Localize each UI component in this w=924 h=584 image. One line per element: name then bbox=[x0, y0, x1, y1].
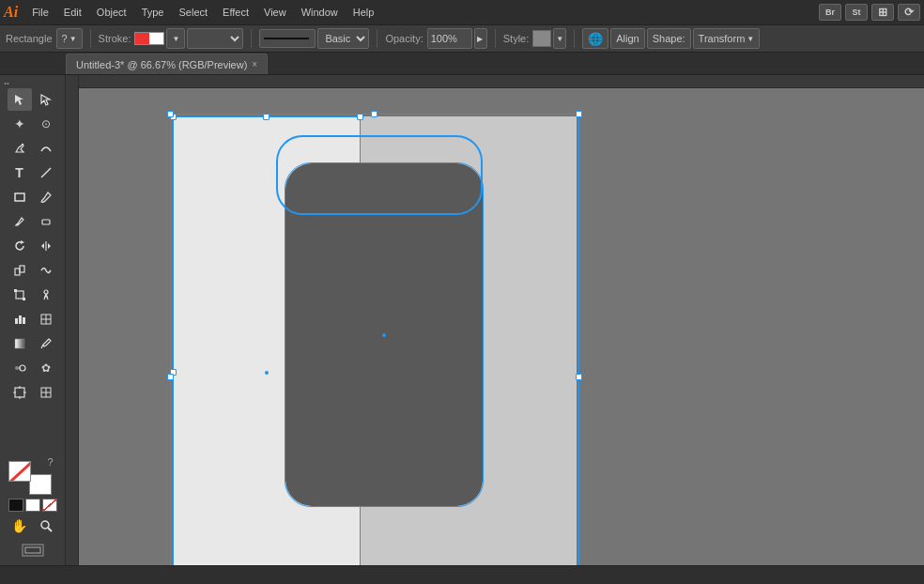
stock-icon[interactable]: St bbox=[845, 4, 868, 21]
stroke-color-swatch[interactable] bbox=[134, 32, 164, 45]
tool-name-group: Rectangle ? ▼ bbox=[6, 28, 83, 49]
black-swatch[interactable] bbox=[8, 499, 23, 512]
opacity-options-btn[interactable]: ▶ bbox=[474, 28, 487, 49]
outer-handle-mr[interactable] bbox=[576, 374, 582, 380]
opacity-group: Opacity: ▶ bbox=[385, 28, 486, 49]
lasso-btn[interactable]: ⊙ bbox=[34, 113, 58, 135]
curvature-btn[interactable] bbox=[34, 137, 58, 160]
style-options-btn[interactable]: ▼ bbox=[553, 28, 566, 49]
menu-help[interactable]: Help bbox=[346, 5, 381, 20]
style-label: Style: bbox=[503, 33, 530, 44]
menu-object[interactable]: Object bbox=[90, 5, 133, 20]
stroke-color-btn[interactable]: ▼ bbox=[166, 28, 185, 49]
rounded-selection-box bbox=[285, 162, 484, 507]
stroke-weight-select[interactable] bbox=[187, 28, 243, 49]
chevron-icon: ▼ bbox=[69, 35, 77, 43]
white-swatch[interactable] bbox=[25, 499, 40, 512]
mesh-btn[interactable] bbox=[34, 308, 58, 330]
tool-name-label: Rectangle bbox=[6, 33, 53, 44]
grid-icon[interactable]: ⊞ bbox=[871, 4, 894, 21]
style-group: Style: ▼ bbox=[503, 28, 567, 49]
svg-point-2 bbox=[21, 144, 23, 146]
svg-point-24 bbox=[15, 366, 19, 370]
canvas-inner[interactable] bbox=[79, 88, 924, 565]
scale-btn[interactable] bbox=[8, 259, 32, 282]
line-btn[interactable] bbox=[34, 161, 58, 184]
handle-tr[interactable] bbox=[357, 114, 363, 120]
pen-btn[interactable] bbox=[8, 137, 32, 160]
outer-handle-tc[interactable] bbox=[371, 111, 377, 117]
shape-btn[interactable]: Shape: bbox=[647, 28, 691, 49]
type-btn[interactable]: T bbox=[8, 161, 32, 184]
rotate-btn[interactable] bbox=[8, 235, 32, 257]
shape-rounded-dark[interactable] bbox=[285, 163, 483, 506]
symbol-btn[interactable]: ✿ bbox=[34, 357, 58, 379]
handle-ml[interactable] bbox=[170, 369, 177, 376]
magic-wand-btn[interactable]: ✦ bbox=[8, 113, 32, 135]
svg-rect-22 bbox=[15, 339, 24, 348]
opacity-input[interactable] bbox=[427, 28, 472, 49]
style-swatch[interactable] bbox=[532, 30, 551, 47]
sync-icon[interactable]: ⟳ bbox=[898, 4, 920, 21]
opacity-label: Opacity: bbox=[385, 33, 423, 44]
stroke-style-select[interactable]: Basic bbox=[317, 28, 369, 49]
question-mark-area[interactable]: ? bbox=[44, 455, 57, 469]
free-transform-btn[interactable] bbox=[8, 284, 32, 306]
tool-options-btn[interactable]: ? ▼ bbox=[56, 28, 83, 49]
stroke-line-group: Basic bbox=[259, 28, 369, 49]
menu-edit[interactable]: Edit bbox=[57, 5, 88, 20]
warp-btn[interactable] bbox=[34, 259, 58, 282]
puppet-warp-btn[interactable] bbox=[34, 284, 58, 306]
align-btn[interactable]: Align bbox=[610, 28, 644, 49]
svg-rect-4 bbox=[15, 193, 24, 201]
rect-btn[interactable] bbox=[8, 186, 32, 208]
pencil-btn[interactable] bbox=[8, 210, 32, 233]
handle-tc[interactable] bbox=[263, 114, 270, 120]
main-area: •• ✦ ⊙ bbox=[0, 75, 924, 565]
tool-row-scale bbox=[0, 259, 65, 282]
separator-1 bbox=[90, 29, 91, 48]
tool-row-transform bbox=[0, 284, 65, 306]
transform-btn[interactable]: Transform ▼ bbox=[693, 28, 761, 49]
artboard-btn[interactable] bbox=[8, 381, 32, 404]
handle-tl[interactable] bbox=[170, 114, 177, 120]
menu-file[interactable]: File bbox=[25, 5, 55, 20]
fill-bg-swatch[interactable] bbox=[29, 474, 52, 495]
menu-effect[interactable]: Effect bbox=[216, 5, 255, 20]
direct-selection-tool-btn[interactable] bbox=[34, 88, 58, 111]
hand-btn[interactable]: ✋ bbox=[8, 515, 32, 537]
none-swatch[interactable] bbox=[42, 499, 57, 512]
paintbrush-btn[interactable] bbox=[34, 186, 58, 208]
chevron-right-icon: ▶ bbox=[477, 35, 483, 43]
app-logo: Ai bbox=[4, 4, 18, 21]
eyedropper-btn[interactable] bbox=[34, 332, 58, 355]
selection-tool-btn[interactable] bbox=[8, 88, 32, 111]
globe-btn[interactable]: 🌐 bbox=[582, 28, 608, 49]
gradient-btn[interactable] bbox=[8, 332, 32, 355]
zoom-btn[interactable] bbox=[34, 515, 58, 537]
document-tab[interactable]: Untitled-3* @ 66.67% (RGB/Preview) × bbox=[66, 54, 268, 74]
menu-type[interactable]: Type bbox=[135, 5, 171, 20]
menu-select[interactable]: Select bbox=[172, 5, 214, 20]
eraser-btn[interactable] bbox=[34, 210, 58, 233]
tab-close-btn[interactable]: × bbox=[252, 59, 257, 69]
menu-view[interactable]: View bbox=[257, 5, 293, 20]
center-dot-rounded bbox=[382, 333, 386, 337]
edit-artboard-btn[interactable] bbox=[8, 539, 57, 561]
fill-fg-swatch[interactable] bbox=[8, 461, 31, 482]
slice-btn[interactable] bbox=[34, 381, 58, 404]
stroke-line-style[interactable] bbox=[259, 29, 316, 48]
outer-handle-tr[interactable] bbox=[576, 111, 582, 117]
svg-marker-0 bbox=[15, 95, 23, 105]
reflect-btn[interactable] bbox=[34, 235, 58, 257]
graph-btn[interactable] bbox=[8, 308, 32, 330]
bridge-icon[interactable]: Br bbox=[819, 4, 841, 21]
svg-rect-16 bbox=[15, 318, 18, 324]
menu-window[interactable]: Window bbox=[295, 5, 345, 20]
stroke-label: Stroke: bbox=[99, 33, 131, 44]
svg-rect-13 bbox=[14, 289, 17, 292]
svg-rect-18 bbox=[23, 317, 25, 324]
svg-point-15 bbox=[44, 290, 48, 294]
blend-btn[interactable] bbox=[8, 357, 32, 379]
question-icon: ? bbox=[62, 33, 68, 44]
